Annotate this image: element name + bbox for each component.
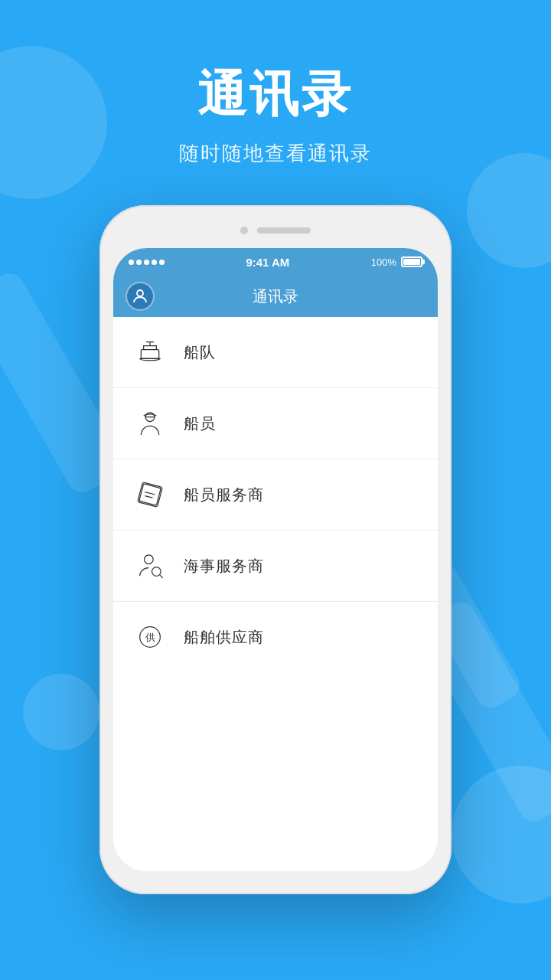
signal-dot-1 (129, 260, 134, 265)
nav-title: 通讯录 (155, 286, 396, 307)
battery-icon (401, 256, 422, 267)
supplier-icon: 供 (132, 619, 168, 655)
status-right: 100% (371, 256, 422, 268)
phone-screen: 9:41 AM 100% 通讯录 (113, 248, 438, 871)
phone-camera (240, 227, 248, 234)
menu-item-maritime-service[interactable]: 海事服务商 (113, 531, 438, 602)
svg-line-8 (145, 492, 155, 495)
ship-icon (132, 334, 168, 371)
svg-line-12 (160, 575, 163, 578)
signal-dot-4 (152, 260, 157, 265)
svg-point-10 (145, 555, 154, 564)
svg-text:供: 供 (145, 632, 155, 643)
crew-icon (132, 405, 168, 442)
svg-rect-1 (141, 350, 158, 359)
svg-point-0 (137, 290, 143, 296)
menu-label-crew-service: 船员服务商 (184, 485, 264, 505)
status-bar: 9:41 AM 100% (113, 248, 438, 276)
battery-percentage: 100% (371, 256, 396, 268)
svg-rect-7 (139, 484, 161, 506)
svg-line-9 (145, 496, 152, 498)
menu-item-crew-service[interactable]: 船员服务商 (113, 459, 438, 531)
signal-indicator (129, 260, 165, 265)
signal-dot-3 (144, 260, 149, 265)
menu-item-ship-supplier[interactable]: 供 船舶供应商 (113, 602, 438, 672)
menu-label-crew: 船员 (184, 413, 216, 434)
page-title: 通讯录 (0, 61, 551, 128)
svg-point-11 (152, 567, 161, 577)
status-time: 9:41 AM (246, 256, 289, 269)
phone-frame: 9:41 AM 100% 通讯录 (99, 205, 452, 894)
avatar[interactable] (126, 282, 155, 311)
menu-item-fleet[interactable]: 船队 (113, 317, 438, 388)
battery-fill (403, 259, 420, 265)
svg-rect-6 (138, 482, 163, 508)
menu-label-maritime-service: 海事服务商 (184, 556, 264, 577)
menu-label-fleet: 船队 (184, 342, 216, 363)
nav-bar: 通讯录 (113, 276, 438, 317)
signal-dot-2 (136, 260, 142, 265)
phone-mockup: 9:41 AM 100% 通讯录 (0, 205, 551, 894)
maritime-icon (132, 547, 168, 584)
phone-top-bar (113, 219, 438, 242)
menu-label-ship-supplier: 船舶供应商 (184, 627, 264, 648)
menu-item-crew[interactable]: 船员 (113, 388, 438, 459)
header-area: 通讯录 随时随地查看通讯录 (0, 0, 551, 167)
phone-speaker (257, 227, 311, 234)
menu-list: 船队 船员 (113, 317, 438, 871)
signal-dot-5 (159, 260, 165, 265)
page-subtitle: 随时随地查看通讯录 (0, 140, 551, 167)
crew-service-icon (132, 476, 168, 513)
